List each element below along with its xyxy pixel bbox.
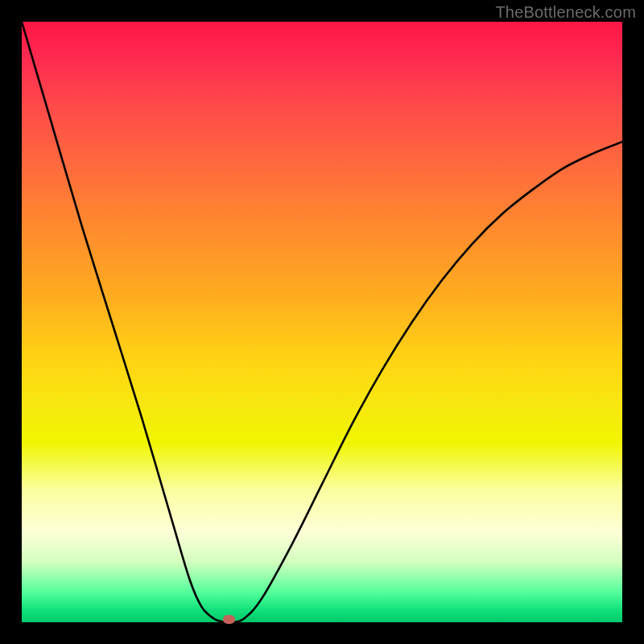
chart-frame: TheBottleneck.com: [0, 0, 644, 644]
plot-area: [22, 22, 622, 622]
curve-svg: [22, 22, 622, 622]
bottleneck-curve: [22, 22, 622, 622]
optimal-point-marker: [223, 615, 235, 624]
watermark-text: TheBottleneck.com: [495, 3, 636, 22]
